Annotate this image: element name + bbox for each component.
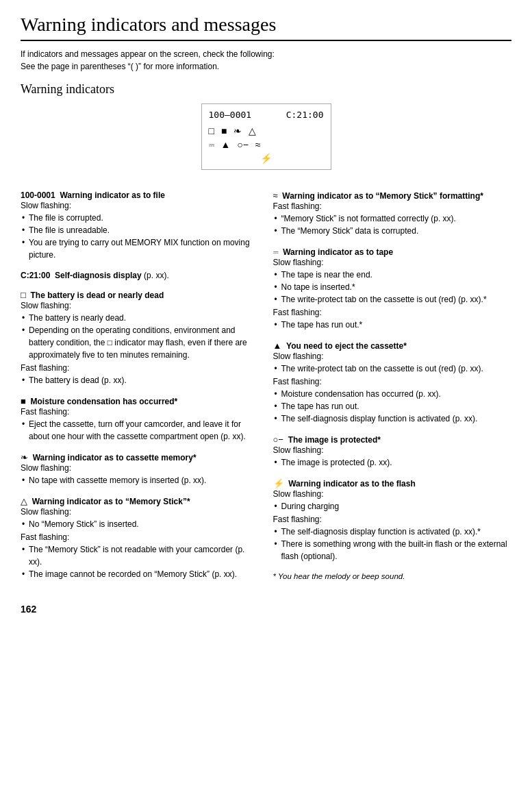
- lcd-icon-memory-stick: △: [249, 125, 256, 136]
- lcd-icon-moisture: ■: [221, 125, 227, 136]
- list-item: The file is corrupted.: [21, 212, 259, 224]
- lcd-icon-cassette-mem: ❧: [233, 125, 242, 136]
- moisture-section: ■ Moisture condensation has occurred* Fa…: [21, 396, 259, 443]
- ms-format-section: ≈ Warning indicator as to “Memory Stick”…: [273, 190, 512, 237]
- list-item: No tape is inserted.*: [273, 281, 512, 293]
- list-item: The self-diagnosis display function is a…: [273, 526, 512, 538]
- list-item: Eject the cassette, turn off your camcor…: [21, 418, 259, 443]
- list-item: The battery is nearly dead.: [21, 312, 259, 324]
- lcd-icon-flash: ⚡: [260, 153, 272, 164]
- lcd-icon-eject: ▲: [221, 139, 231, 150]
- lcd-diagram: 100–0001 C:21:00 □ ■ ❧ △ ⎓ ▲ ○− ≈ ⚡: [21, 103, 511, 181]
- list-item: The write-protect tab on the cassette is…: [273, 293, 512, 306]
- battery-section: □ The battery is dead or nearly dead Slo…: [21, 290, 259, 386]
- lcd-icon-battery: □: [209, 125, 214, 136]
- list-item: The image is protected (p. xx).: [273, 456, 512, 469]
- list-item: No “Memory Stick” is inserted.: [21, 518, 259, 530]
- lcd-icon-protect: ○−: [237, 139, 249, 150]
- main-content: 100-0001 Warning indicator as to file Sl…: [21, 190, 511, 590]
- list-item: The self-diagnosis display function is a…: [273, 412, 512, 425]
- list-item: You are trying to carry out MEMORY MIX f…: [21, 236, 259, 261]
- list-item: The tape has run out.*: [273, 319, 512, 331]
- list-item: The tape has run out.: [273, 400, 512, 412]
- intro-text: If indicators and messages appear on the…: [21, 48, 511, 73]
- left-column: 100-0001 Warning indicator as to file Sl…: [21, 190, 259, 590]
- list-item: The write-protect tab on the cassette is…: [273, 362, 512, 375]
- lcd-code: 100–0001: [209, 110, 252, 120]
- self-diagnosis-section: C:21:00 Self-diagnosis display (p. xx).: [21, 271, 259, 280]
- cassette-mem-section: ❧ Warning indicator as to cassette memor…: [21, 452, 259, 486]
- eject-cassette-section: ▲ You need to eject the cassette* Slow f…: [273, 341, 512, 425]
- list-item: The “Memory Stick” data is corrupted.: [273, 225, 512, 237]
- list-item: During charging: [273, 500, 512, 513]
- file-indicator-section: 100-0001 Warning indicator as to file Sl…: [21, 190, 259, 261]
- list-item: The image cannot be recorded on “Memory …: [21, 568, 259, 580]
- image-protected-section: ○− The image is protected* Slow flashing…: [273, 434, 512, 469]
- lcd-time: C:21:00: [286, 110, 324, 120]
- lcd-icon-ms-format: ≈: [255, 139, 261, 150]
- page-number: 162: [21, 604, 36, 615]
- list-item: There is something wrong with the built-…: [273, 538, 512, 563]
- footnote: * You hear the melody or beep sound.: [273, 572, 512, 580]
- tape-section: ⎓ Warning indicator as to tape Slow flas…: [273, 247, 512, 331]
- list-item: No tape with cassette memory is inserted…: [21, 474, 259, 486]
- list-item: Moisture condensation has occurred (p. x…: [273, 388, 512, 400]
- right-column: ≈ Warning indicator as to “Memory Stick”…: [273, 190, 512, 590]
- list-item: “Memory Stick” is not formatted correctl…: [273, 212, 512, 225]
- list-item: The file is unreadable.: [21, 224, 259, 236]
- section-heading: Warning indicators: [21, 82, 511, 97]
- list-item: The tape is near the end.: [273, 269, 512, 281]
- memory-stick-section: △ Warning indicator as to “Memory Stick”…: [21, 496, 259, 580]
- list-item: The “Memory Stick” is not readable with …: [21, 543, 259, 568]
- list-item: Depending on the operating conditions, e…: [21, 324, 259, 361]
- list-item: The battery is dead (p. xx).: [21, 374, 259, 386]
- lcd-icon-tape: ⎓: [209, 139, 214, 150]
- page-title: Warning indicators and messages: [21, 14, 511, 41]
- flash-section: ⚡ Warning indicator as to the flash Slow…: [273, 478, 512, 563]
